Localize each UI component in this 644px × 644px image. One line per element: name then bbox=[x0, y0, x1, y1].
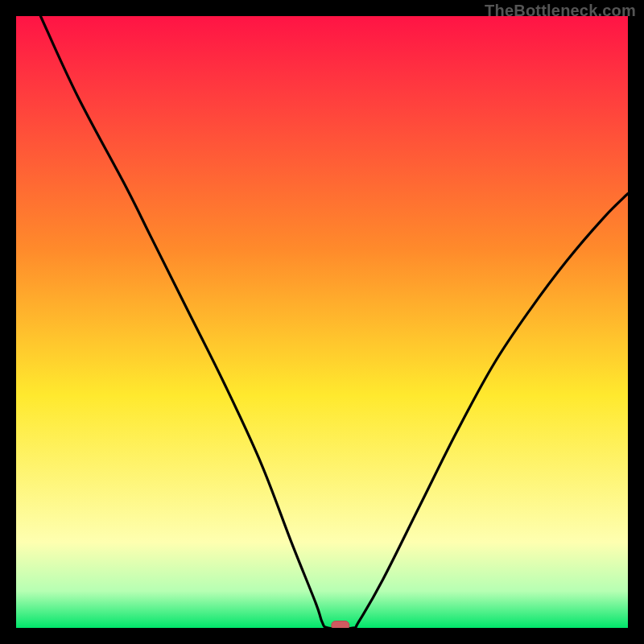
watermark-text: TheBottleneck.com bbox=[485, 2, 636, 20]
chart-frame: TheBottleneck.com bbox=[0, 0, 644, 644]
minimum-marker bbox=[332, 621, 349, 629]
chart-svg bbox=[16, 16, 628, 628]
gradient-background bbox=[16, 16, 628, 628]
plot-area bbox=[16, 16, 628, 628]
